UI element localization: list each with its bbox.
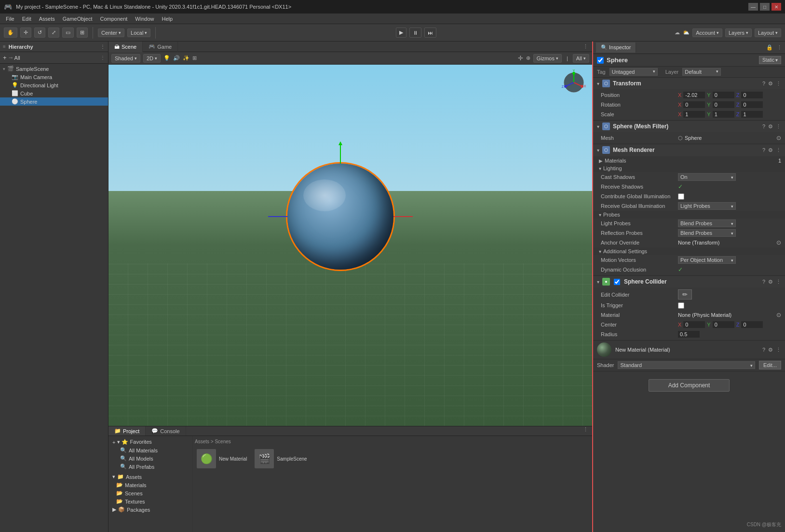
menu-help[interactable]: Help [158,15,176,23]
menu-gameobject[interactable]: GameObject [59,15,96,23]
center-button[interactable]: Center [98,28,124,37]
close-button[interactable]: ✕ [771,3,781,11]
layer-dropdown[interactable]: Default [682,68,721,76]
textures-folder-item[interactable]: 📂 Textures [110,497,190,505]
hierarchy-filter-icon[interactable]: All [14,55,20,61]
hierarchy-menu-icon[interactable]: ⋮ [100,44,105,49]
scale-z[interactable]: 1 [741,111,763,118]
probes-subsection[interactable]: ▾ Probes [593,211,785,218]
sphere-collider-menu-icon[interactable]: ⋮ [776,279,781,285]
hierarchy-options-icon[interactable]: ⋮ [100,55,105,60]
bottom-panel-menu[interactable]: ⋮ [579,426,592,436]
sphere-collider-settings-icon[interactable]: ⚙ [768,279,773,285]
rotation-z[interactable]: 0 [741,101,763,108]
scene-view[interactable]: Y X Z [108,65,592,426]
shader-dropdown[interactable]: Standard [618,361,755,369]
is-trigger-checkbox[interactable] [678,302,684,309]
motion-vectors-dropdown[interactable]: Per Object Motion [678,256,736,264]
menu-window[interactable]: Window [131,15,158,23]
layers-button[interactable]: Layers [725,28,752,37]
mesh-filter-settings-icon[interactable]: ⚙ [768,123,773,130]
favorites-add-btn[interactable]: + ▾ ⭐ Favorites [110,438,190,446]
menu-component[interactable]: Component [96,15,131,23]
hierarchy-add-button[interactable]: + [3,54,7,61]
pause-button[interactable]: ⏸ [409,27,421,38]
move-tool[interactable]: ✛ [20,27,31,38]
account-button[interactable]: Account [692,28,722,37]
position-z[interactable]: 0 [741,92,763,98]
inspector-lock-icon[interactable]: 🔒 [766,44,773,51]
sphere-collider-help-icon[interactable]: ? [762,279,765,285]
rotation-x[interactable]: 0 [683,101,705,108]
cloud-icon[interactable]: ⛅ [683,29,690,36]
assets-folder-item[interactable]: ▾ 📁 Assets [110,473,190,481]
center-y[interactable]: 0 [713,321,734,328]
position-y[interactable]: 0 [713,92,734,98]
hierarchy-cube-item[interactable]: ⬜ Cube [0,89,108,97]
hand-tool[interactable]: ✋ [4,27,17,38]
material-help-icon[interactable]: ? [762,347,765,353]
mesh-value-text[interactable]: Sphere [685,135,702,141]
material-edit-button[interactable]: Edit... [759,361,781,369]
mesh-target-icon[interactable]: ⊙ [776,135,781,141]
material-settings-icon[interactable]: ⚙ [768,347,773,353]
project-tab[interactable]: 📁 Project [108,426,146,436]
receive-gi-dropdown[interactable]: Light Probes [678,202,736,210]
transform-tool[interactable]: ⊞ [77,27,88,38]
anchor-target-icon[interactable]: ⊙ [776,239,781,246]
mesh-renderer-header[interactable]: ▾ ⬡ Mesh Renderer ? ⚙ ⋮ [593,144,785,156]
console-tab[interactable]: 💬 Console [146,426,186,436]
transform-header[interactable]: ▾ ⬡ Transform ? ⚙ ⋮ [593,78,785,89]
static-button[interactable]: Static ▾ [759,56,781,64]
inspector-options-icon[interactable]: ⋮ [777,44,782,51]
all-models-item[interactable]: 🔍 All Models [110,454,190,463]
menu-file[interactable]: File [2,15,18,23]
contribute-gi-checkbox[interactable] [678,193,684,200]
rect-tool[interactable]: ▭ [62,27,74,38]
radius-val[interactable]: 0.5 [678,331,700,338]
all-materials-item[interactable]: 🔍 All Materials [110,446,190,454]
light-probes-dropdown[interactable]: Blend Probes [678,219,736,227]
gizmo-icon[interactable]: ⊕ [526,55,530,61]
scale-x[interactable]: 1 [683,111,705,118]
center-x[interactable]: 0 [683,321,705,328]
hierarchy-sphere-item[interactable]: ⚪ Sphere [0,97,108,106]
materials-folder-item[interactable]: 📂 Materials [110,481,190,489]
hierarchy-drag-handle[interactable]: ≡ [3,44,6,49]
position-x[interactable]: -2.02 [683,92,705,98]
cast-shadows-dropdown[interactable]: On [678,173,736,181]
center-z[interactable]: 0 [741,321,763,328]
hierarchy-scene-item[interactable]: ▾ 🎬 SampleScene [0,65,108,73]
dynamic-occlusion-checkmark[interactable]: ✓ [678,266,683,273]
sphere-collider-header[interactable]: ▾ ● Sphere Collider ? ⚙ ⋮ [593,276,785,287]
rotate-tool[interactable]: ↺ [34,27,45,38]
transform-help-icon[interactable]: ? [762,81,765,87]
all-dropdown[interactable]: All [573,54,589,63]
play-button[interactable]: ▶ [396,27,406,38]
minimize-button[interactable]: — [748,3,758,11]
scene-panel-menu[interactable]: ⋮ [579,43,592,50]
packages-item[interactable]: ▶ 📦 Packages [110,505,190,514]
transform-settings-icon[interactable]: ⚙ [768,81,773,87]
inspector-tab[interactable]: 🔍 Inspector [596,42,636,53]
hierarchy-directionallight-item[interactable]: 💡 Directional Light [0,81,108,89]
object-active-checkbox[interactable] [597,57,604,64]
tag-dropdown[interactable]: Untagged [609,68,658,76]
mesh-filter-help-icon[interactable]: ? [762,123,765,130]
scene-options-icon[interactable]: ⊞ [192,55,197,61]
menu-edit[interactable]: Edit [18,15,35,23]
layout-button[interactable]: Layout [755,28,781,37]
scenes-folder-item[interactable]: 📂 Scenes [110,489,190,497]
shading-dropdown[interactable]: Shaded [111,54,140,63]
all-prefabs-item[interactable]: 🔍 All Prefabs [110,463,190,471]
scene-tab[interactable]: 🏔 Scene [108,41,143,52]
mesh-filter-header[interactable]: ▾ ⬡ Sphere (Mesh Filter) ? ⚙ ⋮ [593,121,785,132]
step-button[interactable]: ⏭ [424,27,436,38]
mesh-renderer-menu-icon[interactable]: ⋮ [776,147,781,153]
lighting-subsection[interactable]: ▾ Lighting [593,164,785,172]
mesh-renderer-help-icon[interactable]: ? [762,147,765,153]
hierarchy-maincamera-item[interactable]: 📷 Main Camera [0,73,108,81]
sphere-collider-checkbox[interactable] [614,279,620,285]
receive-shadows-checkmark[interactable]: ✓ [678,183,683,190]
anchor-override-text[interactable]: None (Transform) [678,240,719,246]
